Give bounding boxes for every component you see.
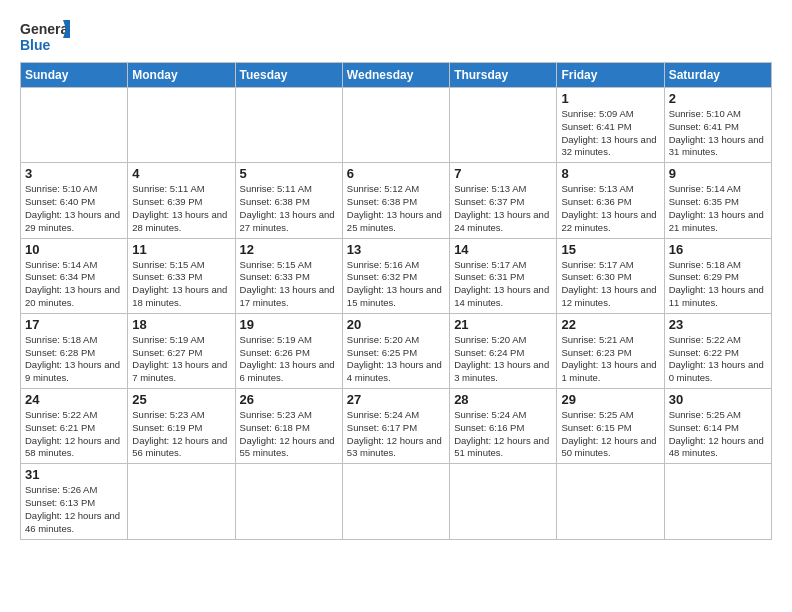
calendar-cell [342, 88, 449, 163]
day-number: 28 [454, 392, 552, 407]
day-info: Sunrise: 5:09 AM Sunset: 6:41 PM Dayligh… [561, 108, 659, 159]
calendar-cell: 30Sunrise: 5:25 AM Sunset: 6:14 PM Dayli… [664, 389, 771, 464]
calendar-week-row: 24Sunrise: 5:22 AM Sunset: 6:21 PM Dayli… [21, 389, 772, 464]
calendar-cell: 28Sunrise: 5:24 AM Sunset: 6:16 PM Dayli… [450, 389, 557, 464]
calendar-cell: 10Sunrise: 5:14 AM Sunset: 6:34 PM Dayli… [21, 238, 128, 313]
day-info: Sunrise: 5:19 AM Sunset: 6:26 PM Dayligh… [240, 334, 338, 385]
day-number: 11 [132, 242, 230, 257]
day-info: Sunrise: 5:22 AM Sunset: 6:22 PM Dayligh… [669, 334, 767, 385]
day-info: Sunrise: 5:15 AM Sunset: 6:33 PM Dayligh… [132, 259, 230, 310]
weekday-header: Friday [557, 63, 664, 88]
calendar-table: SundayMondayTuesdayWednesdayThursdayFrid… [20, 62, 772, 540]
calendar-week-row: 1Sunrise: 5:09 AM Sunset: 6:41 PM Daylig… [21, 88, 772, 163]
calendar-cell [235, 88, 342, 163]
day-info: Sunrise: 5:25 AM Sunset: 6:14 PM Dayligh… [669, 409, 767, 460]
calendar-cell: 4Sunrise: 5:11 AM Sunset: 6:39 PM Daylig… [128, 163, 235, 238]
calendar-cell: 22Sunrise: 5:21 AM Sunset: 6:23 PM Dayli… [557, 313, 664, 388]
calendar-cell: 5Sunrise: 5:11 AM Sunset: 6:38 PM Daylig… [235, 163, 342, 238]
day-number: 3 [25, 166, 123, 181]
day-info: Sunrise: 5:20 AM Sunset: 6:25 PM Dayligh… [347, 334, 445, 385]
weekday-header: Monday [128, 63, 235, 88]
day-number: 5 [240, 166, 338, 181]
calendar-cell: 31Sunrise: 5:26 AM Sunset: 6:13 PM Dayli… [21, 464, 128, 539]
day-info: Sunrise: 5:17 AM Sunset: 6:31 PM Dayligh… [454, 259, 552, 310]
day-number: 4 [132, 166, 230, 181]
day-number: 22 [561, 317, 659, 332]
day-info: Sunrise: 5:18 AM Sunset: 6:29 PM Dayligh… [669, 259, 767, 310]
day-number: 10 [25, 242, 123, 257]
calendar-cell: 9Sunrise: 5:14 AM Sunset: 6:35 PM Daylig… [664, 163, 771, 238]
calendar-cell: 24Sunrise: 5:22 AM Sunset: 6:21 PM Dayli… [21, 389, 128, 464]
day-info: Sunrise: 5:20 AM Sunset: 6:24 PM Dayligh… [454, 334, 552, 385]
day-info: Sunrise: 5:16 AM Sunset: 6:32 PM Dayligh… [347, 259, 445, 310]
weekday-header: Sunday [21, 63, 128, 88]
day-info: Sunrise: 5:22 AM Sunset: 6:21 PM Dayligh… [25, 409, 123, 460]
day-number: 20 [347, 317, 445, 332]
day-number: 9 [669, 166, 767, 181]
calendar-cell: 11Sunrise: 5:15 AM Sunset: 6:33 PM Dayli… [128, 238, 235, 313]
day-number: 29 [561, 392, 659, 407]
day-number: 7 [454, 166, 552, 181]
day-info: Sunrise: 5:24 AM Sunset: 6:17 PM Dayligh… [347, 409, 445, 460]
day-info: Sunrise: 5:13 AM Sunset: 6:36 PM Dayligh… [561, 183, 659, 234]
day-number: 18 [132, 317, 230, 332]
calendar-cell: 26Sunrise: 5:23 AM Sunset: 6:18 PM Dayli… [235, 389, 342, 464]
calendar-cell: 3Sunrise: 5:10 AM Sunset: 6:40 PM Daylig… [21, 163, 128, 238]
calendar-cell: 6Sunrise: 5:12 AM Sunset: 6:38 PM Daylig… [342, 163, 449, 238]
day-info: Sunrise: 5:14 AM Sunset: 6:35 PM Dayligh… [669, 183, 767, 234]
calendar-cell: 17Sunrise: 5:18 AM Sunset: 6:28 PM Dayli… [21, 313, 128, 388]
day-info: Sunrise: 5:21 AM Sunset: 6:23 PM Dayligh… [561, 334, 659, 385]
day-number: 12 [240, 242, 338, 257]
day-number: 27 [347, 392, 445, 407]
day-number: 25 [132, 392, 230, 407]
day-info: Sunrise: 5:26 AM Sunset: 6:13 PM Dayligh… [25, 484, 123, 535]
calendar-cell [128, 88, 235, 163]
calendar-cell [21, 88, 128, 163]
day-number: 24 [25, 392, 123, 407]
generalblue-icon: General Blue [20, 18, 70, 56]
svg-text:General: General [20, 21, 70, 37]
day-number: 26 [240, 392, 338, 407]
day-number: 15 [561, 242, 659, 257]
calendar-cell: 29Sunrise: 5:25 AM Sunset: 6:15 PM Dayli… [557, 389, 664, 464]
calendar-cell: 21Sunrise: 5:20 AM Sunset: 6:24 PM Dayli… [450, 313, 557, 388]
calendar-cell: 23Sunrise: 5:22 AM Sunset: 6:22 PM Dayli… [664, 313, 771, 388]
calendar-cell: 19Sunrise: 5:19 AM Sunset: 6:26 PM Dayli… [235, 313, 342, 388]
page: General Blue SundayMondayTuesdayWednesda… [0, 0, 792, 550]
calendar-cell [235, 464, 342, 539]
day-info: Sunrise: 5:10 AM Sunset: 6:40 PM Dayligh… [25, 183, 123, 234]
calendar-cell [450, 88, 557, 163]
calendar-cell: 2Sunrise: 5:10 AM Sunset: 6:41 PM Daylig… [664, 88, 771, 163]
day-info: Sunrise: 5:12 AM Sunset: 6:38 PM Dayligh… [347, 183, 445, 234]
day-number: 16 [669, 242, 767, 257]
day-number: 13 [347, 242, 445, 257]
day-info: Sunrise: 5:11 AM Sunset: 6:38 PM Dayligh… [240, 183, 338, 234]
calendar-cell: 18Sunrise: 5:19 AM Sunset: 6:27 PM Dayli… [128, 313, 235, 388]
calendar-cell: 7Sunrise: 5:13 AM Sunset: 6:37 PM Daylig… [450, 163, 557, 238]
weekday-header: Wednesday [342, 63, 449, 88]
day-number: 2 [669, 91, 767, 106]
day-number: 1 [561, 91, 659, 106]
day-number: 31 [25, 467, 123, 482]
calendar-cell [128, 464, 235, 539]
calendar-week-row: 3Sunrise: 5:10 AM Sunset: 6:40 PM Daylig… [21, 163, 772, 238]
day-info: Sunrise: 5:17 AM Sunset: 6:30 PM Dayligh… [561, 259, 659, 310]
day-info: Sunrise: 5:14 AM Sunset: 6:34 PM Dayligh… [25, 259, 123, 310]
weekday-header: Saturday [664, 63, 771, 88]
day-number: 14 [454, 242, 552, 257]
weekday-header: Tuesday [235, 63, 342, 88]
calendar-week-row: 10Sunrise: 5:14 AM Sunset: 6:34 PM Dayli… [21, 238, 772, 313]
day-info: Sunrise: 5:13 AM Sunset: 6:37 PM Dayligh… [454, 183, 552, 234]
day-number: 17 [25, 317, 123, 332]
day-info: Sunrise: 5:11 AM Sunset: 6:39 PM Dayligh… [132, 183, 230, 234]
calendar-cell: 13Sunrise: 5:16 AM Sunset: 6:32 PM Dayli… [342, 238, 449, 313]
day-info: Sunrise: 5:23 AM Sunset: 6:19 PM Dayligh… [132, 409, 230, 460]
calendar-cell: 14Sunrise: 5:17 AM Sunset: 6:31 PM Dayli… [450, 238, 557, 313]
calendar-cell: 25Sunrise: 5:23 AM Sunset: 6:19 PM Dayli… [128, 389, 235, 464]
calendar-cell: 1Sunrise: 5:09 AM Sunset: 6:41 PM Daylig… [557, 88, 664, 163]
calendar-cell [557, 464, 664, 539]
weekday-header: Thursday [450, 63, 557, 88]
day-info: Sunrise: 5:19 AM Sunset: 6:27 PM Dayligh… [132, 334, 230, 385]
calendar-week-row: 17Sunrise: 5:18 AM Sunset: 6:28 PM Dayli… [21, 313, 772, 388]
day-info: Sunrise: 5:10 AM Sunset: 6:41 PM Dayligh… [669, 108, 767, 159]
